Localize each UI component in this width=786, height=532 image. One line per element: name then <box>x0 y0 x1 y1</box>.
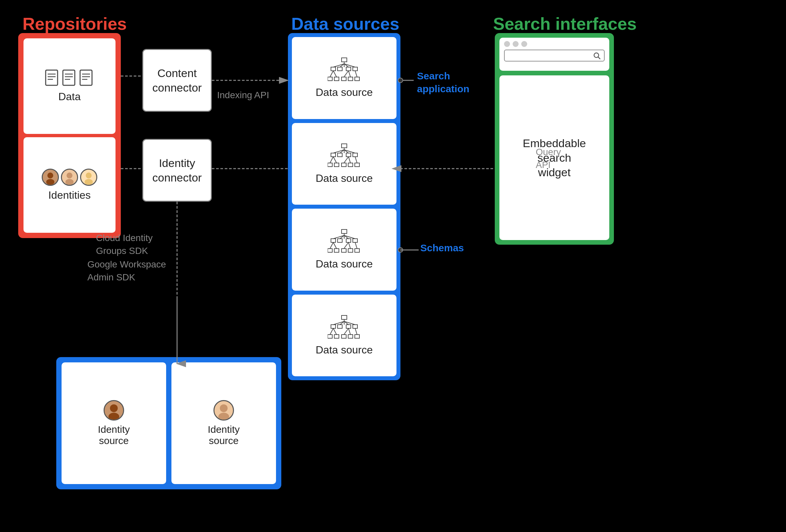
search-bar[interactable] <box>504 50 605 62</box>
schemas-label: Schemas <box>420 241 464 254</box>
svg-line-94 <box>333 328 337 335</box>
svg-rect-20 <box>338 67 342 71</box>
identity-source-icon-1 <box>103 400 124 420</box>
svg-rect-23 <box>328 77 332 81</box>
svg-rect-25 <box>342 77 346 81</box>
svg-line-54 <box>333 157 337 163</box>
svg-line-34 <box>333 71 337 77</box>
svg-line-77 <box>355 242 357 249</box>
svg-rect-58 <box>342 229 347 234</box>
svg-line-56 <box>348 157 350 163</box>
svg-rect-84 <box>334 335 339 338</box>
search-app-box <box>500 38 609 71</box>
svg-point-98 <box>110 404 117 412</box>
svg-line-95 <box>344 328 348 335</box>
svg-rect-67 <box>355 249 360 252</box>
section-label-repositories: Repositories <box>23 14 127 34</box>
svg-rect-24 <box>334 77 339 81</box>
svg-rect-61 <box>346 239 351 242</box>
cloud-identity-label: Cloud IdentityGroups SDK <box>96 232 153 257</box>
svg-rect-21 <box>346 67 351 71</box>
svg-point-15 <box>66 179 74 185</box>
svg-rect-64 <box>334 249 339 252</box>
svg-rect-42 <box>353 153 357 157</box>
svg-rect-66 <box>348 249 353 252</box>
datasource-label-1: Data source <box>316 86 373 99</box>
svg-rect-19 <box>331 67 336 71</box>
datasource-column: Data source <box>288 33 400 380</box>
identity-connector-box: Identityconnector <box>142 139 212 202</box>
data-box: Data <box>23 38 116 134</box>
person-icon-3 <box>80 169 97 186</box>
search-application-label: Searchapplication <box>417 69 469 95</box>
svg-point-99 <box>109 413 119 420</box>
svg-line-75 <box>344 242 348 249</box>
svg-rect-38 <box>342 144 347 148</box>
svg-rect-83 <box>328 335 332 338</box>
identity-source-label-2: Identitysource <box>208 424 240 446</box>
svg-line-55 <box>344 157 348 163</box>
svg-point-17 <box>85 179 93 185</box>
svg-rect-81 <box>346 325 351 328</box>
datasource-label-4: Data source <box>316 344 373 356</box>
svg-rect-0 <box>46 70 57 85</box>
hierarchy-icon-1 <box>328 57 361 83</box>
svg-rect-39 <box>331 153 336 157</box>
svg-line-74 <box>333 242 337 249</box>
svg-rect-62 <box>353 239 357 242</box>
svg-line-103 <box>598 57 600 59</box>
identities-box: Identities <box>23 137 116 233</box>
repositories-box: Data <box>18 33 121 238</box>
dot-3 <box>521 41 527 47</box>
svg-rect-60 <box>338 239 342 242</box>
person-icon-2 <box>61 169 78 186</box>
search-bar-placeholder <box>508 55 593 56</box>
svg-rect-78 <box>342 315 347 319</box>
datasource-box-1: Data source <box>292 37 396 119</box>
svg-rect-63 <box>328 249 332 252</box>
svg-rect-8 <box>80 70 92 85</box>
svg-rect-41 <box>346 153 351 157</box>
svg-rect-27 <box>355 77 360 81</box>
svg-line-97 <box>355 328 357 335</box>
svg-line-35 <box>344 71 348 77</box>
svg-line-33 <box>330 71 333 77</box>
doc-icon-1 <box>45 69 60 87</box>
section-label-datasources: Data sources <box>291 14 399 34</box>
datasource-box-2: Data source <box>292 123 396 205</box>
svg-rect-47 <box>355 163 360 167</box>
svg-rect-26 <box>348 77 353 81</box>
svg-rect-85 <box>342 335 346 338</box>
hierarchy-icon-4 <box>328 315 361 341</box>
datasource-box-3: Data source <box>292 209 396 291</box>
search-icon <box>593 52 601 59</box>
query-api-label: QueryAPI <box>536 145 561 171</box>
content-connector-label: Contentconnector <box>152 66 202 95</box>
svg-point-13 <box>46 179 54 185</box>
svg-rect-22 <box>353 67 357 71</box>
svg-rect-86 <box>348 335 353 338</box>
content-connector-box: Contentconnector <box>142 49 212 112</box>
svg-rect-43 <box>328 163 332 167</box>
svg-rect-65 <box>342 249 346 252</box>
section-label-searchinterfaces: Search interfaces <box>493 14 637 34</box>
hierarchy-icon-3 <box>328 229 361 255</box>
doc-icon-2 <box>62 69 77 87</box>
dot-1 <box>504 41 510 47</box>
svg-line-93 <box>330 328 333 335</box>
svg-rect-4 <box>63 70 75 85</box>
person-icon-1 <box>42 169 59 186</box>
svg-rect-45 <box>342 163 346 167</box>
svg-rect-79 <box>331 325 336 328</box>
identity-source-icon-2 <box>213 400 234 420</box>
svg-line-96 <box>348 328 350 335</box>
svg-point-14 <box>67 173 72 178</box>
svg-line-37 <box>355 71 357 77</box>
datasource-box-4: Data source <box>292 295 396 377</box>
hierarchy-icon-2 <box>328 143 361 170</box>
svg-point-16 <box>86 173 92 178</box>
google-workspace-label: Google WorkspaceAdmin SDK <box>87 258 166 284</box>
svg-rect-44 <box>334 163 339 167</box>
data-label: Data <box>58 91 81 103</box>
identity-source-label-1: Identitysource <box>98 424 130 446</box>
